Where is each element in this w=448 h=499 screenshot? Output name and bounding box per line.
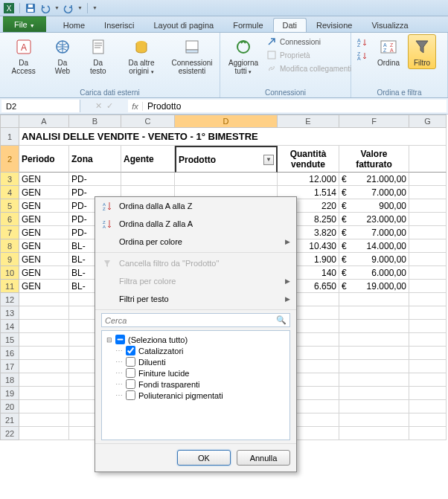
cell[interactable]: GEN <box>19 239 69 253</box>
cell[interactable]: 12.000 <box>278 173 339 186</box>
cell[interactable] <box>409 306 447 320</box>
filter-checkbox[interactable] <box>115 335 125 344</box>
row-header[interactable]: 19 <box>0 387 19 400</box>
cell[interactable] <box>339 373 409 387</box>
cell[interactable] <box>19 333 69 347</box>
cell[interactable]: GEN <box>19 173 69 186</box>
filter-value-item[interactable]: ⋯Diluenti <box>105 356 287 367</box>
cell[interactable] <box>409 186 447 199</box>
cell[interactable]: GEN <box>19 266 69 280</box>
tab-home[interactable]: Home <box>54 18 95 32</box>
row-header[interactable]: 6 <box>0 213 19 226</box>
cell[interactable] <box>19 293 69 306</box>
row-header[interactable]: 14 <box>0 320 19 333</box>
text-filters-item[interactable]: Filtri per testo ▶ <box>95 290 296 308</box>
cell[interactable] <box>409 373 447 387</box>
tab-formule[interactable]: Formule <box>223 18 272 32</box>
row-header[interactable]: 15 <box>0 333 19 347</box>
col-header-G[interactable]: G <box>409 115 447 128</box>
row-header[interactable]: 11 <box>0 280 19 293</box>
cell[interactable]: €900,00 <box>339 199 409 213</box>
filter-handle[interactable]: ▼ <box>263 155 274 165</box>
save-icon[interactable] <box>25 2 36 14</box>
cell[interactable] <box>409 387 447 400</box>
cell[interactable] <box>409 266 447 280</box>
filter-value-item[interactable]: ⋯Catalizzatori <box>105 345 287 356</box>
row-header[interactable]: 9 <box>0 253 19 266</box>
name-box[interactable]: D2 <box>1 100 80 112</box>
filter-checkbox[interactable] <box>126 368 135 378</box>
cell[interactable]: €23.000,00 <box>339 213 409 226</box>
cell[interactable]: Quantitàvendute <box>278 146 339 173</box>
btn-da-altre-origini[interactable]: Da altre origini ▾ <box>118 34 164 78</box>
cell[interactable] <box>339 347 409 360</box>
row-header[interactable]: 22 <box>0 427 19 440</box>
cell[interactable] <box>175 173 278 186</box>
cell[interactable] <box>409 173 447 186</box>
sort-za-item[interactable]: ZA Ordina dalla Z alla A <box>95 215 296 233</box>
tab-file[interactable]: File ▼ <box>3 16 46 32</box>
cell[interactable] <box>409 360 447 373</box>
cell[interactable] <box>409 400 447 413</box>
filter-value-item[interactable]: ⋯Finiture lucide <box>105 367 287 379</box>
row-header[interactable]: 8 <box>0 239 19 253</box>
row-header[interactable]: 18 <box>0 373 19 387</box>
cell[interactable] <box>19 320 69 333</box>
cell[interactable] <box>409 333 447 347</box>
sort-az-small-icon[interactable]: AZ <box>356 37 369 49</box>
cell[interactable] <box>339 387 409 400</box>
cell[interactable] <box>409 320 447 333</box>
row-header[interactable]: 3 <box>0 173 19 186</box>
cell[interactable] <box>409 413 447 427</box>
btn-da-access[interactable]: A Da Access <box>4 34 42 77</box>
cell[interactable] <box>339 333 409 347</box>
cell[interactable]: €14.000,00 <box>339 239 409 253</box>
cell[interactable]: GEN <box>19 186 69 199</box>
cell[interactable]: PD- <box>69 173 121 186</box>
cell[interactable]: Prodotto▼ <box>175 146 278 173</box>
ok-button[interactable]: OK <box>177 450 231 466</box>
row-header[interactable]: 21 <box>0 413 19 427</box>
cell[interactable]: €7.000,00 <box>339 226 409 239</box>
cell[interactable] <box>339 400 409 413</box>
sort-za-small-icon[interactable]: ZA <box>356 51 369 62</box>
cell[interactable] <box>409 293 447 306</box>
filter-value-item[interactable]: ⋯Poliuteranici pigmentati <box>105 390 287 401</box>
cell[interactable] <box>19 400 69 413</box>
tab-visualizza[interactable]: Visualizza <box>362 18 417 32</box>
col-header-C[interactable]: C <box>121 115 175 128</box>
undo-icon[interactable] <box>39 2 51 14</box>
cell[interactable]: €6.000,00 <box>339 266 409 280</box>
cell[interactable] <box>409 253 447 266</box>
row-header[interactable]: 13 <box>0 306 19 320</box>
row-header[interactable]: 7 <box>0 226 19 239</box>
filter-value-item[interactable]: ⋯Fondi trasparenti <box>105 379 287 390</box>
btn-ordina[interactable]: AZZA Ordina <box>374 34 403 69</box>
cell[interactable]: €7.000,00 <box>339 186 409 199</box>
cell[interactable] <box>339 427 409 440</box>
cell[interactable]: GEN <box>19 199 69 213</box>
cell[interactable] <box>339 320 409 333</box>
btn-da-web[interactable]: Da Web <box>47 34 77 77</box>
cell[interactable] <box>19 306 69 320</box>
redo-dropdown[interactable]: ▼ <box>77 5 83 10</box>
btn-connessioni-esistenti[interactable]: Connessioni esistenti <box>169 34 215 77</box>
tab-dati[interactable]: Dati <box>273 18 307 32</box>
cell[interactable] <box>19 373 69 387</box>
qat-customize[interactable]: ▼ <box>92 5 97 10</box>
filter-checkbox[interactable] <box>126 346 135 355</box>
row-header[interactable]: 16 <box>0 347 19 360</box>
cell[interactable] <box>409 199 447 213</box>
row-header[interactable]: 20 <box>0 400 19 413</box>
cell[interactable] <box>409 213 447 226</box>
col-header-B[interactable]: B <box>69 115 121 128</box>
undo-dropdown[interactable]: ▼ <box>54 5 60 10</box>
filter-search[interactable]: 🔍 <box>101 313 290 327</box>
cell[interactable] <box>19 413 69 427</box>
col-header-A[interactable]: A <box>19 115 69 128</box>
cell[interactable] <box>409 146 447 173</box>
sort-az-item[interactable]: AZ Ordina dalla A alla Z <box>95 197 296 215</box>
cell[interactable]: GEN <box>19 253 69 266</box>
col-header-F[interactable]: F <box>339 115 409 128</box>
cell[interactable]: ANALISI DELLE VENDITE - VENETO - 1° BIME… <box>19 128 447 146</box>
